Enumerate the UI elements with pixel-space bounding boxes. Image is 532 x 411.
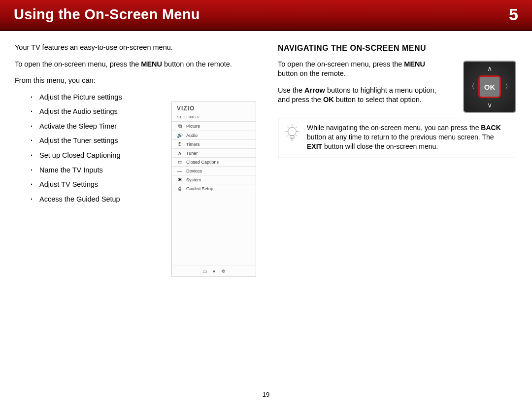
- arrow-left-icon: 〈: [468, 82, 475, 91]
- osd-brand: VIZIO: [172, 102, 256, 114]
- osd-row: ✱System: [172, 175, 256, 184]
- lightbulb-icon: [283, 123, 301, 143]
- setup-icon: ⎙: [177, 186, 183, 191]
- timers-icon: ⏱: [177, 141, 183, 147]
- osd-row: —Devices: [172, 166, 256, 175]
- intro-paragraph-2: To open the on-screen menu, press the ME…: [15, 60, 261, 69]
- ok-button-highlight: OK: [478, 75, 501, 98]
- osd-footer: ▭ ▾ ✲: [172, 266, 256, 276]
- chapter-header: Using the On-Screen Menu 5: [0, 0, 532, 31]
- page-number: 19: [263, 391, 269, 398]
- osd-row: ⏱Timers: [172, 139, 256, 148]
- chapter-number: 5: [509, 5, 518, 24]
- osd-row: ▭Closed Captions: [172, 157, 256, 166]
- cc-icon: ▭: [177, 159, 183, 165]
- svg-line-8: [296, 135, 297, 136]
- tuner-icon: ᴀ: [177, 150, 183, 156]
- arrow-up-icon: ∧: [487, 65, 492, 72]
- osd-row: ᴀTuner: [172, 148, 256, 157]
- nav-paragraph-1: To open the on-screen menu, press the ME…: [278, 60, 440, 79]
- nav-paragraph-2: Use the Arrow buttons to highlight a men…: [278, 86, 440, 105]
- osd-row: ⧉Picture: [172, 121, 256, 131]
- osd-row: 🔊Audio: [172, 131, 256, 139]
- audio-icon: 🔊: [177, 133, 183, 138]
- arrow-down-icon: ∨: [487, 101, 492, 109]
- osd-section-label: SETTINGS: [172, 114, 256, 121]
- intro-paragraph-1: Your TV features an easy-to-use on-scree…: [15, 43, 261, 53]
- svg-line-5: [287, 127, 289, 128]
- section-heading: NAVIGATING THE ON-SCREEN MENU: [278, 43, 514, 54]
- down-icon: ▾: [213, 269, 215, 274]
- picture-icon: ⧉: [177, 123, 183, 129]
- intro-paragraph-3: From this menu, you can:: [15, 76, 261, 86]
- wide-icon: ▭: [202, 269, 207, 274]
- devices-icon: —: [177, 168, 183, 173]
- list-item: Adjust the Picture settings: [31, 93, 261, 103]
- svg-point-0: [288, 127, 297, 136]
- chapter-title: Using the On-Screen Menu: [14, 6, 200, 23]
- svg-line-7: [287, 135, 289, 136]
- svg-rect-9: [290, 136, 294, 138]
- tip-callout: While navigating the on-screen menu, you…: [278, 118, 514, 158]
- osd-menu-illustration: VIZIO SETTINGS ⧉Picture 🔊Audio ⏱Timers ᴀ…: [171, 102, 256, 277]
- arrow-right-icon: 〉: [505, 82, 512, 91]
- gear-icon: ✲: [221, 269, 225, 274]
- osd-row: ⎙Guided Setup: [172, 184, 256, 193]
- remote-dpad-illustration: ∧ 〈 OK 〉 ∨: [463, 61, 516, 113]
- svg-line-6: [296, 127, 297, 128]
- system-icon: ✱: [177, 177, 183, 182]
